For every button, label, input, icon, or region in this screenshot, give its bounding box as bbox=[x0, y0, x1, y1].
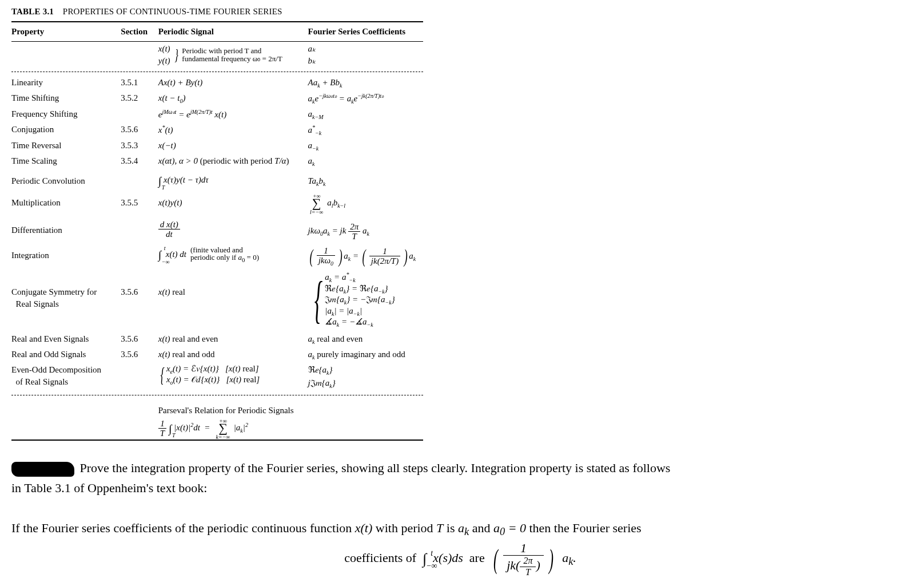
sig-convolution: ∫T x(τ)y(t − τ)dτ bbox=[158, 169, 308, 191]
header-section: Section bbox=[121, 22, 158, 42]
coef-scaling: ak bbox=[308, 154, 423, 169]
row-conjsym: Conjugate Symmetry for Real Signals 3.5.… bbox=[11, 268, 423, 332]
intro-signal: x(t) y(t) } Periodic with period T and f… bbox=[158, 42, 308, 69]
sec-reversal: 3.5.3 bbox=[121, 138, 158, 154]
coef-timeshift: ake−jkω₀t₀ = ake−jk(2π/T)t₀ bbox=[308, 91, 423, 107]
prop-realodd: Real and Odd Signals bbox=[11, 347, 121, 363]
row-intro: x(t) y(t) } Periodic with period T and f… bbox=[11, 42, 423, 69]
prop-integration: Integration bbox=[11, 243, 121, 268]
row-realodd: Real and Odd Signals 3.5.6 x(t) real and… bbox=[11, 347, 423, 363]
sig-multiplication: x(t)y(t) bbox=[158, 191, 308, 219]
table-header-row: Property Section Periodic Signal Fourier… bbox=[11, 22, 423, 42]
coef-conjugation: a*−k bbox=[308, 122, 423, 138]
table-caption-text: PROPERTIES OF CONTINUOUS-TIME FOURIER SE… bbox=[63, 7, 282, 16]
coef-conjsym: { ak = a*−k ℜ𝑒{ak} = ℜ𝑒{a−k} 𝔍𝑚{ak} = −𝔍… bbox=[308, 268, 423, 332]
sec-conjugation: 3.5.6 bbox=[121, 122, 158, 138]
prop-conjugation: Conjugation bbox=[11, 122, 121, 138]
row-conjugation: Conjugation 3.5.6 x*(t) a*−k bbox=[11, 122, 423, 138]
sec-convolution bbox=[121, 169, 158, 191]
sec-integration bbox=[121, 243, 158, 268]
sig-linearity: Ax(t) + By(t) bbox=[158, 76, 308, 91]
problem-line1b: in Table 3.1 of Oppenheim's text book: bbox=[11, 478, 909, 498]
fourier-properties-table: Property Section Periodic Signal Fourier… bbox=[11, 21, 423, 441]
sig-scaling: x(αt), α > 0 (periodic with period T/α) bbox=[158, 154, 308, 169]
header-coeff: Fourier Series Coefficients bbox=[308, 22, 423, 42]
coef-realodd: ak purely imaginary and odd bbox=[308, 347, 423, 363]
prop-convolution: Periodic Convolution bbox=[11, 169, 121, 191]
row-evenodd: Even-Odd Decomposition of Real Signals {… bbox=[11, 363, 423, 391]
header-property: Property bbox=[11, 22, 121, 42]
sec-freqshift bbox=[121, 107, 158, 122]
row-timeshift: Time Shifting 3.5.2 x(t − t0) ake−jkω₀t₀… bbox=[11, 91, 423, 107]
row-freqshift: Frequency Shifting ejMω₀t = ejM(2π/T)t x… bbox=[11, 107, 423, 122]
prop-multiplication: Multiplication bbox=[11, 191, 121, 219]
sig-integration: ∫t−∞ x(t) dt (finite valued and periodic… bbox=[158, 243, 308, 268]
sec-evenodd bbox=[121, 363, 158, 391]
row-reversal: Time Reversal 3.5.3 x(−t) a−k bbox=[11, 138, 423, 154]
header-signal: Periodic Signal bbox=[158, 22, 308, 42]
coef-linearity: Aak + Bbk bbox=[308, 76, 423, 91]
problem-line1a: Prove the integration property of the Fo… bbox=[80, 461, 671, 475]
sec-differentiation bbox=[121, 219, 158, 243]
coef-reversal: a−k bbox=[308, 138, 423, 154]
row-parseval-eq: 1T ∫T |x(t)|2dt = +∞∑k=−∞ |ak|2 bbox=[11, 418, 423, 440]
sig-conjugation: x*(t) bbox=[158, 122, 308, 138]
parseval-equation: 1T ∫T |x(t)|2dt = +∞∑k=−∞ |ak|2 bbox=[158, 418, 423, 440]
row-realeven: Real and Even Signals 3.5.6 x(t) real an… bbox=[11, 332, 423, 347]
prop-freqshift: Frequency Shifting bbox=[11, 107, 121, 122]
divider-bottom bbox=[11, 395, 423, 395]
prop-linearity: Linearity bbox=[11, 76, 121, 91]
table-caption: TABLE 3.1 PROPERTIES OF CONTINUOUS-TIME … bbox=[11, 6, 913, 18]
coef-evenodd: ℜ𝑒{ak} j𝔍𝑚{ak} bbox=[308, 363, 423, 391]
sig-reversal: x(−t) bbox=[158, 138, 308, 154]
sec-timeshift: 3.5.2 bbox=[121, 91, 158, 107]
redaction-mark bbox=[11, 462, 74, 477]
sec-realeven: 3.5.6 bbox=[121, 332, 158, 347]
coef-freqshift: ak−M bbox=[308, 107, 423, 122]
sig-evenodd: { xe(t) = ℰ𝑣{x(t)} [x(t) real] xo(t) = 𝒪… bbox=[158, 363, 308, 391]
coef-convolution: Takbk bbox=[308, 169, 423, 191]
problem-statement: Prove the integration property of the Fo… bbox=[11, 458, 909, 577]
sec-multiplication: 3.5.5 bbox=[121, 191, 158, 219]
prop-timeshift: Time Shifting bbox=[11, 91, 121, 107]
sig-freqshift: ejMω₀t = ejM(2π/T)t x(t) bbox=[158, 107, 308, 122]
sig-timeshift: x(t − t0) bbox=[158, 91, 308, 107]
coef-realeven: ak real and even bbox=[308, 332, 423, 347]
sig-conjsym: x(t) real bbox=[158, 268, 308, 332]
sec-scaling: 3.5.4 bbox=[121, 154, 158, 169]
row-multiplication: Multiplication 3.5.5 x(t)y(t) +∞∑l=−∞ al… bbox=[11, 191, 423, 219]
table-number: TABLE 3.1 bbox=[11, 7, 54, 16]
row-parseval-title: Parseval's Relation for Periodic Signals bbox=[11, 399, 423, 418]
prop-differentiation: Differentiation bbox=[11, 219, 121, 243]
row-integration: Integration ∫t−∞ x(t) dt (finite valued … bbox=[11, 243, 423, 268]
sig-differentiation: d x(t)dt bbox=[158, 219, 308, 243]
sig-realodd: x(t) real and odd bbox=[158, 347, 308, 363]
row-scaling: Time Scaling 3.5.4 x(αt), α > 0 (periodi… bbox=[11, 154, 423, 169]
intro-coeff: aₖ bₖ bbox=[308, 42, 423, 69]
prop-realeven: Real and Even Signals bbox=[11, 332, 121, 347]
sec-conjsym: 3.5.6 bbox=[121, 268, 158, 332]
coef-multiplication: +∞∑l=−∞ albk−l bbox=[308, 191, 423, 219]
row-linearity: Linearity 3.5.1 Ax(t) + By(t) Aak + Bbk bbox=[11, 76, 423, 91]
coef-integration: ( 1jkω0 )ak = ( 1jk(2π/T) )ak bbox=[308, 243, 423, 268]
prop-scaling: Time Scaling bbox=[11, 154, 121, 169]
row-convolution: Periodic Convolution ∫T x(τ)y(t − τ)dτ T… bbox=[11, 169, 423, 191]
sec-linearity: 3.5.1 bbox=[121, 76, 158, 91]
prop-evenodd: Even-Odd Decomposition of Real Signals bbox=[11, 363, 121, 391]
row-differentiation: Differentiation d x(t)dt jkω0ak = jk 2πT… bbox=[11, 219, 423, 243]
parseval-title: Parseval's Relation for Periodic Signals bbox=[158, 399, 423, 418]
coef-differentiation: jkω0ak = jk 2πT ak bbox=[308, 219, 423, 243]
prop-reversal: Time Reversal bbox=[11, 138, 121, 154]
prop-conjsym: Conjugate Symmetry for Real Signals bbox=[11, 268, 121, 332]
sig-realeven: x(t) real and even bbox=[158, 332, 308, 347]
sec-realodd: 3.5.6 bbox=[121, 347, 158, 363]
divider-top bbox=[11, 72, 423, 72]
